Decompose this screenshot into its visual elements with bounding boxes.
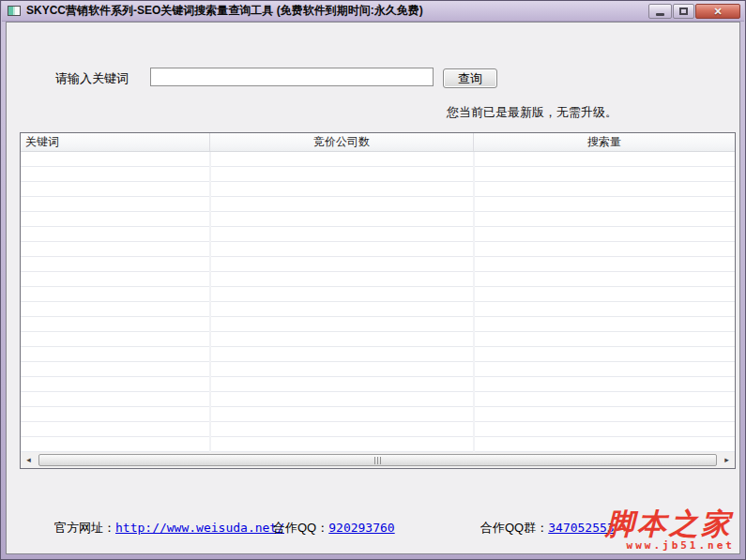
column-header-keyword[interactable]: 关键词 — [21, 133, 210, 151]
qq-link[interactable]: 920293760 — [328, 521, 394, 535]
qq-label: 合作QQ： — [273, 521, 328, 535]
close-button[interactable]: ✕ — [695, 4, 740, 19]
app-logo-icon — [8, 6, 21, 16]
scroll-left-icon[interactable]: ◂ — [21, 452, 37, 468]
keyword-input[interactable] — [150, 68, 434, 86]
title-bar[interactable]: SKYCC营销软件系列-SEO关键词搜索量查询工具 (免费软件到期时间:永久免费… — [2, 1, 744, 22]
scrollbar-grip-icon — [377, 457, 378, 464]
watermark-logo: 脚本之家 — [605, 507, 733, 539]
qq-group-label: 合作QQ群： — [480, 521, 548, 535]
qq-row: 合作QQ：920293760 — [273, 520, 395, 537]
maximize-icon — [679, 8, 688, 15]
official-site-link[interactable]: http://www.weisuda.net/ — [115, 521, 284, 535]
window-title: SKYCC营销软件系列-SEO关键词搜索量查询工具 (免费软件到期时间:永久免费… — [26, 3, 423, 19]
client-area: 请输入关键词 查询 您当前已是最新版，无需升级。 关键词 竞价公司数 搜索量 ◂ — [6, 22, 740, 554]
column-header-search-volume[interactable]: 搜索量 — [474, 133, 735, 151]
keyword-input-label: 请输入关键词 — [55, 70, 129, 87]
window-controls: ✕ — [648, 4, 740, 19]
table-body-empty — [21, 152, 735, 452]
watermark-url: www.jb51.net — [627, 539, 735, 552]
column-header-bidding-companies[interactable]: 竞价公司数 — [210, 133, 474, 151]
query-button[interactable]: 查询 — [443, 68, 497, 88]
official-site-row: 官方网址：http://www.weisuda.net/ — [54, 520, 284, 537]
update-status-message: 您当前已是最新版，无需升级。 — [7, 104, 617, 121]
app-window: SKYCC营销软件系列-SEO关键词搜索量查询工具 (免费软件到期时间:永久免费… — [0, 0, 746, 560]
column-divider — [209, 152, 211, 452]
horizontal-scrollbar[interactable]: ◂ ▸ — [21, 452, 735, 468]
minimize-button[interactable] — [648, 4, 672, 19]
results-table: 关键词 竞价公司数 搜索量 ◂ ▸ — [20, 132, 736, 469]
scrollbar-grip-icon — [380, 457, 381, 464]
close-icon: ✕ — [713, 7, 722, 17]
column-divider — [473, 152, 475, 452]
minimize-icon — [656, 13, 664, 16]
qq-group-row: 合作QQ群：347052553 — [480, 520, 615, 537]
official-site-label: 官方网址： — [54, 521, 115, 535]
scrollbar-thumb[interactable] — [38, 454, 717, 466]
scrollbar-grip-icon — [374, 457, 375, 464]
table-header-row: 关键词 竞价公司数 搜索量 — [21, 133, 735, 152]
maximize-button[interactable] — [673, 4, 694, 19]
scroll-right-icon[interactable]: ▸ — [719, 452, 735, 468]
